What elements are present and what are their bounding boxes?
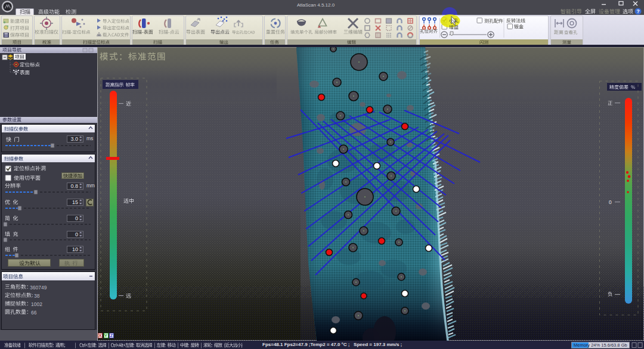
svg-text:?: ? <box>636 8 639 14</box>
